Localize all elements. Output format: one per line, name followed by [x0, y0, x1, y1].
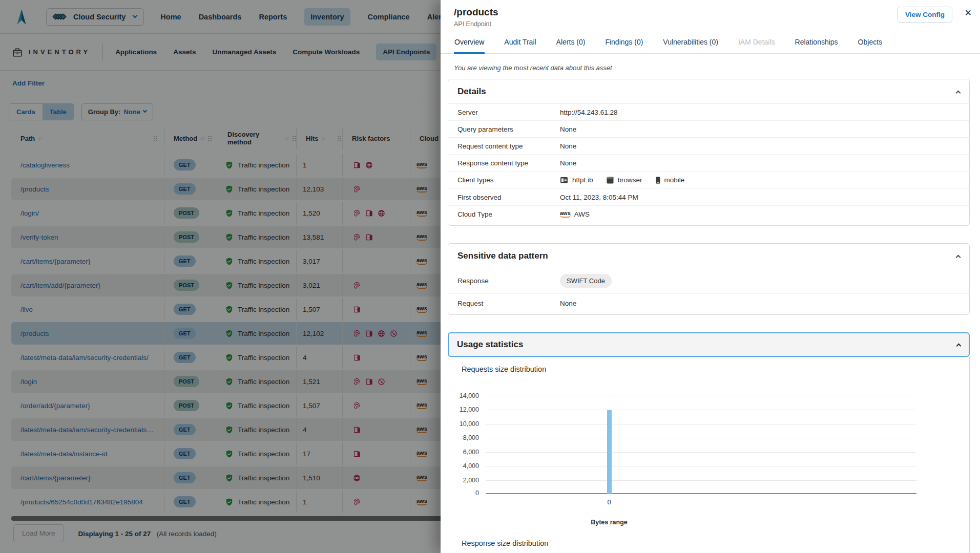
y-axis-tick: 0 — [475, 490, 479, 497]
screen: Cloud Security Home Dashboards Reports I… — [0, 0, 980, 553]
view-config-button[interactable]: View Config — [898, 7, 952, 23]
detail-row: Request None — [448, 294, 969, 314]
requests-size-chart: 14,000 12,000 10,000 8,000 6,000 4,000 2… — [486, 396, 916, 494]
asset-title: /products — [454, 7, 967, 18]
y-axis-tick: 2,000 — [463, 477, 479, 484]
detail-row: Client types httpLibbrowsermobile — [448, 172, 969, 189]
detail-row: Request content type None — [448, 138, 969, 155]
details-card: Details Server http://54.243.61.28 Query… — [448, 79, 970, 226]
cloud-type-value: AWS — [574, 210, 590, 218]
recent-data-notice: You are viewing the most recent data abo… — [454, 64, 967, 72]
close-icon[interactable]: ✕ — [965, 8, 972, 18]
usage-statistics-body: Requests size distribution 14,000 12,000… — [448, 357, 970, 553]
usage-statistics-header[interactable]: Usage statistics — [448, 332, 970, 357]
y-axis-tick: 4,000 — [463, 462, 479, 470]
details-title: Details — [457, 87, 486, 97]
modal-dim-overlay — [0, 0, 441, 553]
sensitive-pattern-badge: SWIFT Code — [560, 274, 612, 288]
usage-statistics-title: Usage statistics — [457, 339, 523, 350]
collapse-chevron-icon[interactable] — [956, 91, 961, 96]
sensitive-data-card: Sensitive data pattern Response SWIFT Co… — [448, 243, 970, 315]
panel-tab[interactable]: IAM Details — [738, 33, 776, 54]
x-axis-label: Bytes range — [591, 519, 628, 526]
client-types-list: httpLibbrowsermobile — [560, 176, 960, 184]
panel-header: /products API Endpoint View Config ✕ — [441, 0, 980, 31]
collapse-chevron-icon[interactable] — [956, 254, 961, 260]
httplib-icon — [560, 177, 568, 184]
detail-row: Query parameters None — [448, 121, 969, 138]
y-axis-tick: 6,000 — [463, 449, 479, 456]
panel-tab[interactable]: Audit Trail — [504, 33, 536, 54]
panel-tab[interactable]: Findings (0) — [604, 33, 643, 54]
chart-bar — [607, 410, 612, 494]
y-axis-tick: 14,000 — [460, 392, 479, 399]
requests-chart-title: Requests size distribution — [462, 365, 969, 373]
detail-row: Server http://54.243.61.28 — [448, 104, 969, 121]
detail-row: Response content type None — [448, 155, 969, 172]
panel-tab[interactable]: Objects — [858, 33, 883, 54]
collapse-chevron-icon[interactable] — [956, 343, 962, 348]
panel-tab[interactable]: Alerts (0) — [556, 33, 586, 54]
y-axis-tick: 8,000 — [463, 434, 479, 441]
panel-tab[interactable]: Relationships — [795, 33, 839, 54]
client-type-label: mobile — [664, 176, 685, 184]
asset-detail-panel: /products API Endpoint View Config ✕ Ove… — [441, 0, 980, 553]
panel-cards: Details Server http://54.243.61.28 Query… — [448, 79, 970, 553]
server-value: http://54.243.61.28 — [560, 109, 960, 116]
asset-type-label: API Endpoint — [454, 20, 967, 28]
detail-row: Response SWIFT Code — [448, 268, 969, 294]
detail-row: First observed Oct 11, 2023, 8:05:44 PM — [448, 189, 969, 206]
response-chart-title: Response size distribution — [462, 539, 969, 547]
panel-tab[interactable]: Vulnerabilities (0) — [662, 33, 719, 54]
y-axis-tick: 10,000 — [460, 420, 479, 428]
y-axis-tick: 12,000 — [460, 406, 479, 413]
detail-row: Cloud Type aws AWS — [448, 206, 969, 225]
sensitive-data-title: Sensitive data pattern — [457, 251, 548, 261]
panel-tabs: Overview Audit Trail Alerts (0) Findings… — [441, 33, 980, 54]
first-observed-value: Oct 11, 2023, 8:05:44 PM — [560, 194, 960, 201]
mobile-icon — [656, 176, 660, 184]
browser-icon — [607, 177, 614, 184]
client-type-label: browser — [618, 176, 642, 184]
client-type-label: httpLib — [572, 176, 593, 184]
x-axis-tick: 0 — [607, 498, 611, 506]
panel-tab[interactable]: Overview — [454, 33, 485, 54]
aws-icon: aws — [560, 210, 571, 218]
